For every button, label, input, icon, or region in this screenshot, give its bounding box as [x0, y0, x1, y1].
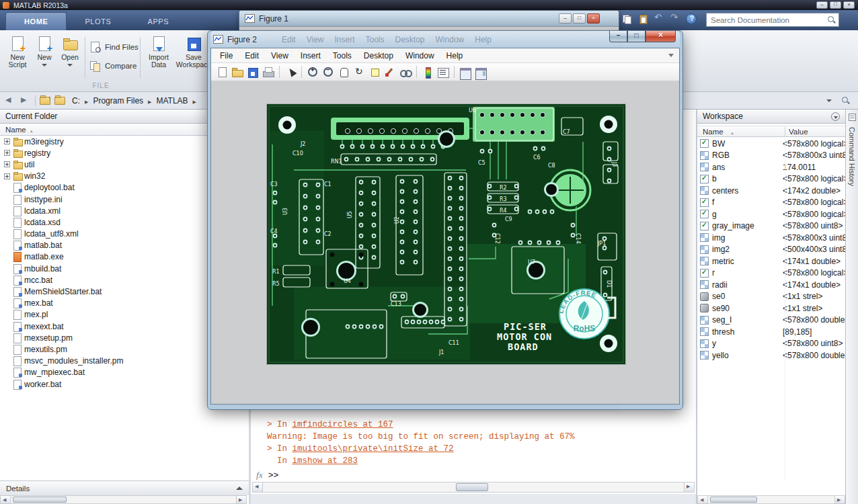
maximize-icon[interactable]	[627, 31, 646, 42]
workspace-row[interactable]: RGB <578x800x3 uint8>	[697, 150, 845, 162]
workspace-hscrollbar[interactable]	[697, 495, 845, 504]
new-script-button[interactable]: New Script	[4, 36, 31, 69]
workspace-row[interactable]: seg_I <578x800 double>	[697, 314, 845, 327]
show-plot-tools-icon[interactable]	[473, 65, 488, 79]
menu-item[interactable]: Edit	[239, 51, 265, 60]
scroll-right-icon[interactable]	[684, 482, 694, 492]
workspace-row[interactable]: ans 174.0011	[697, 161, 845, 173]
scroll-left-icon[interactable]	[1, 496, 11, 503]
find-files-button[interactable]: Find Files	[90, 41, 139, 53]
scroll-right-icon[interactable]	[236, 496, 246, 503]
code-link[interactable]: imuitools\private\initSize at 72	[292, 444, 454, 454]
paste-icon[interactable]	[637, 13, 648, 24]
open-button[interactable]: Open	[56, 36, 83, 67]
redo-icon[interactable]	[670, 13, 680, 24]
workspace-row[interactable]: metric <174x1 double>	[697, 255, 845, 267]
save-figure-icon[interactable]	[245, 65, 260, 79]
close-icon[interactable]	[587, 13, 600, 24]
workspace-row[interactable]: BW <578x800 logical>	[697, 138, 845, 150]
ribbon-tab[interactable]: APPS	[129, 13, 187, 30]
workspace-row[interactable]: b <578x800 logical>	[697, 173, 845, 185]
undo-icon[interactable]	[654, 13, 664, 24]
code-link[interactable]: imfindcircles at 167	[292, 420, 393, 429]
workspace-row[interactable]: gray_image <578x800 uint8>	[697, 220, 845, 233]
workspace-row[interactable]: img <578x800x3 uint8>	[697, 232, 845, 244]
breadcrumb-item[interactable]: C:	[72, 96, 93, 106]
insert-colorbar-icon[interactable]	[420, 65, 435, 79]
breadcrumb-item[interactable]: Program Files	[93, 96, 156, 106]
workspace-menu-icon[interactable]	[831, 112, 840, 121]
menubar-overflow-icon[interactable]	[668, 54, 674, 57]
help-icon[interactable]	[686, 13, 697, 24]
fx-button[interactable]: fx	[256, 470, 263, 480]
ribbon-tab[interactable]: HOME	[5, 12, 67, 30]
expand-icon[interactable]	[4, 173, 10, 179]
data-cursor-icon[interactable]	[367, 65, 382, 79]
workspace-row[interactable]: thresh [89,185]	[697, 326, 845, 338]
compare-button[interactable]: Compare	[90, 60, 136, 72]
figure2-window[interactable]: Figure 2 EditViewInsertToolsDesktopWindo…	[207, 30, 683, 410]
breadcrumb-dropdown-icon[interactable]	[826, 99, 832, 102]
print-figure-icon[interactable]	[261, 65, 276, 79]
menu-item[interactable]: Desktop	[358, 51, 399, 60]
command-prompt-row[interactable]: fx >>	[256, 470, 278, 480]
documentation-searchbox[interactable]	[706, 13, 839, 27]
minimize-icon[interactable]	[609, 31, 627, 42]
menu-item[interactable]: Tools	[327, 51, 358, 60]
workspace-row[interactable]: se90 <1x1 strel>	[697, 302, 845, 314]
scroll-right-icon[interactable]	[834, 496, 845, 503]
figure2-canvas[interactable]: J2C10RN1C3C1C4C2U3U5U2R1R5U4C13C11J1U6C5…	[211, 81, 679, 404]
scroll-thumb[interactable]	[456, 483, 488, 491]
import-data-button[interactable]: Import Data	[144, 36, 173, 69]
breadcrumb[interactable]: C:Program FilesMATLAB	[72, 96, 201, 106]
expand-icon[interactable]	[4, 138, 10, 144]
menu-item[interactable]: View	[265, 51, 295, 60]
browse-folder-icon[interactable]	[54, 97, 65, 105]
workspace-row[interactable]: se0 <1x1 strel>	[697, 291, 845, 303]
menu-item[interactable]: Help	[440, 51, 469, 60]
code-link[interactable]: imshow at 283	[292, 456, 358, 466]
hide-plot-tools-icon[interactable]	[458, 65, 473, 79]
brush-icon[interactable]	[383, 65, 397, 79]
scroll-left-icon[interactable]	[698, 496, 708, 503]
command-history-strip[interactable]: Command History	[845, 110, 858, 504]
forward-icon[interactable]	[20, 95, 31, 106]
chevron-up-icon[interactable]	[236, 487, 243, 490]
scroll-left-icon[interactable]	[253, 482, 263, 492]
open-file-icon[interactable]	[230, 65, 245, 79]
close-icon[interactable]	[646, 31, 676, 42]
insert-legend-icon[interactable]	[436, 65, 451, 79]
column-divider[interactable]	[785, 127, 785, 136]
up-folder-icon[interactable]	[40, 97, 50, 105]
expand-icon[interactable]	[4, 161, 10, 167]
search-icon[interactable]	[827, 15, 836, 24]
scroll-thumb[interactable]	[13, 497, 67, 503]
search-documentation-input[interactable]	[707, 16, 827, 24]
workspace-header[interactable]: Workspace	[697, 110, 845, 124]
workspace-row[interactable]: y <578x800 uint8>	[697, 338, 845, 350]
edit-plot-icon[interactable]	[283, 65, 298, 79]
details-bar[interactable]: Details	[0, 480, 249, 495]
expand-icon[interactable]	[4, 150, 10, 156]
ribbon-tab[interactable]: PLOTS	[67, 13, 129, 30]
workspace-row[interactable]: f <578x800 logical>	[697, 197, 845, 209]
workspace-row[interactable]: radii <174x1 double>	[697, 279, 845, 291]
figure2-titlebar[interactable]: Figure 2 EditViewInsertToolsDesktopWindo…	[210, 31, 680, 48]
workspace-column-header[interactable]: Name Value	[697, 126, 845, 137]
menu-item[interactable]: Window	[399, 51, 440, 60]
maximize-icon[interactable]	[573, 13, 586, 24]
workspace-row[interactable]: g <578x800 logical>	[697, 208, 845, 220]
close-icon[interactable]	[843, 1, 855, 9]
link-plot-icon[interactable]	[398, 65, 413, 79]
zoom-in-icon[interactable]	[305, 65, 320, 79]
current-folder-hscrollbar[interactable]	[0, 495, 247, 504]
command-window-hscrollbar[interactable]	[252, 482, 695, 493]
matlab-titlebar[interactable]: MATLAB R2013a	[0, 0, 858, 10]
copy-icon[interactable]	[621, 13, 632, 24]
minimize-icon[interactable]	[559, 13, 572, 24]
menu-item[interactable]: Insert	[295, 51, 327, 60]
breadcrumb-item[interactable]: MATLAB	[156, 96, 201, 106]
rotate-3d-icon[interactable]	[352, 65, 366, 79]
workspace-row[interactable]: yello <578x800 double>	[697, 349, 845, 362]
back-icon[interactable]	[4, 95, 15, 106]
